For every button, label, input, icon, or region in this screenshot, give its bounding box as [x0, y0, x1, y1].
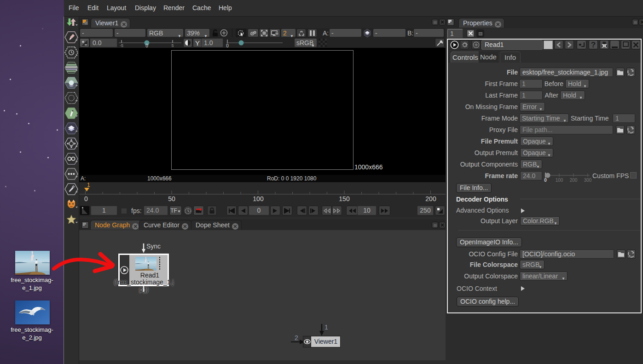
svg-text:-5: -5	[120, 43, 123, 48]
svg-text:0: 0	[84, 195, 88, 202]
svg-text:100: 100	[556, 178, 563, 182]
svg-text:0: 0	[226, 43, 229, 48]
svg-text:0: 0	[145, 43, 148, 48]
svg-text:1: 1	[87, 182, 90, 188]
svg-text:200: 200	[425, 195, 436, 202]
svg-text:50: 50	[168, 195, 175, 202]
svg-text:300: 300	[584, 178, 592, 182]
svg-text:100: 100	[253, 195, 264, 202]
svg-text:5: 5	[171, 43, 174, 48]
svg-text:200: 200	[570, 178, 578, 182]
svg-text:0: 0	[544, 178, 547, 182]
svg-text:150: 150	[339, 195, 350, 202]
